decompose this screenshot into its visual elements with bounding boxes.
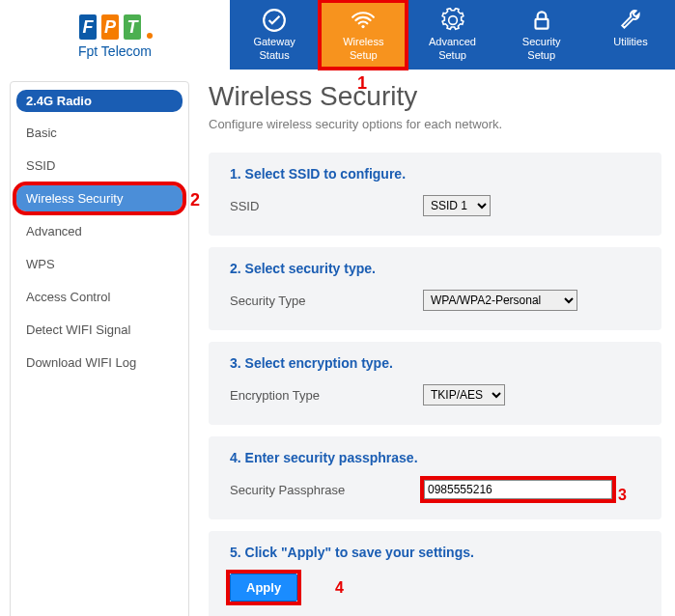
logo: F P T	[77, 13, 153, 42]
section-passphrase: 4. Enter security passphrase. Security P…	[209, 436, 661, 519]
sidebar-header: 2.4G Radio	[16, 90, 183, 112]
section-encryption-type: 3. Select encryption type. Encryption Ty…	[209, 342, 661, 425]
select-encryption-type[interactable]: TKIP/AES	[423, 384, 505, 406]
section-title-4: 4. Enter security passphrase.	[230, 450, 640, 465]
wrench-icon	[618, 8, 643, 33]
section-security-type: 2. Select security type. Security Type W…	[209, 247, 661, 330]
brand-name: Fpt Telecom	[78, 43, 152, 59]
section-title-3: 3. Select encryption type.	[230, 355, 640, 371]
logo-letter-f: F	[77, 13, 98, 42]
nav-wireless-setup[interactable]: WirelessSetup	[319, 0, 408, 70]
input-passphrase[interactable]	[424, 480, 612, 499]
label-security-type: Security Type	[230, 294, 423, 308]
annotation-1: 1	[357, 73, 367, 94]
page-subtitle: Configure wireless security options for …	[209, 117, 661, 131]
nav-advanced-setup[interactable]: AdvancedSetup	[408, 0, 496, 70]
select-security-type[interactable]: WPA/WPA2-Personal	[423, 290, 577, 311]
logo-letter-p: P	[99, 13, 121, 42]
sidebar-item-access-control[interactable]: Access Control	[16, 284, 183, 310]
logo-dot	[147, 33, 153, 39]
content: Wireless Security Configure wireless sec…	[209, 81, 665, 616]
sidebar-item-basic[interactable]: Basic	[16, 120, 183, 146]
page-title: Wireless Security	[209, 81, 661, 112]
lock-icon	[529, 8, 554, 33]
top-nav: GatewayStatus WirelessSetup AdvancedSetu…	[230, 0, 675, 70]
nav-gateway-status[interactable]: GatewayStatus	[230, 0, 319, 70]
logo-area: F P T Fpt Telecom	[0, 0, 230, 70]
nav-utilities[interactable]: Utilities	[586, 0, 675, 70]
sidebar-item-wireless-security[interactable]: Wireless Security	[16, 185, 183, 211]
svg-rect-2	[535, 19, 548, 29]
annotation-3: 3	[618, 487, 627, 504]
section-title-5: 5. Click "Apply" to save your settings.	[230, 545, 640, 560]
gear-icon	[440, 8, 465, 33]
annotation-2: 2	[190, 190, 200, 210]
select-ssid[interactable]: SSID 1	[423, 195, 491, 216]
logo-letter-t: T	[122, 13, 143, 42]
sidebar-item-detect-wifi[interactable]: Detect WIFI Signal	[16, 317, 183, 343]
section-title-2: 2. Select security type.	[230, 261, 640, 276]
wifi-icon	[351, 8, 376, 33]
svg-point-1	[362, 25, 365, 28]
annotation-4: 4	[335, 579, 344, 597]
section-ssid: 1. Select SSID to configure. SSID SSID 1	[209, 153, 661, 236]
check-circle-icon	[262, 8, 287, 33]
sidebar: 2.4G Radio Basic SSID Wireless Security …	[10, 81, 189, 616]
sidebar-item-download-log[interactable]: Download WIFI Log	[16, 350, 183, 376]
section-apply: 5. Click "Apply" to save your settings. …	[209, 531, 661, 616]
label-ssid: SSID	[230, 199, 423, 213]
label-encryption-type: Encryption Type	[230, 388, 423, 403]
nav-security-setup[interactable]: SecuritySetup	[497, 0, 586, 70]
apply-button[interactable]: Apply	[230, 574, 297, 602]
label-passphrase: Security Passphrase	[230, 483, 423, 497]
sidebar-item-advanced[interactable]: Advanced	[16, 218, 183, 244]
sidebar-item-ssid[interactable]: SSID	[16, 153, 183, 179]
section-title-1: 1. Select SSID to configure.	[230, 166, 640, 182]
sidebar-item-wps[interactable]: WPS	[16, 251, 183, 277]
